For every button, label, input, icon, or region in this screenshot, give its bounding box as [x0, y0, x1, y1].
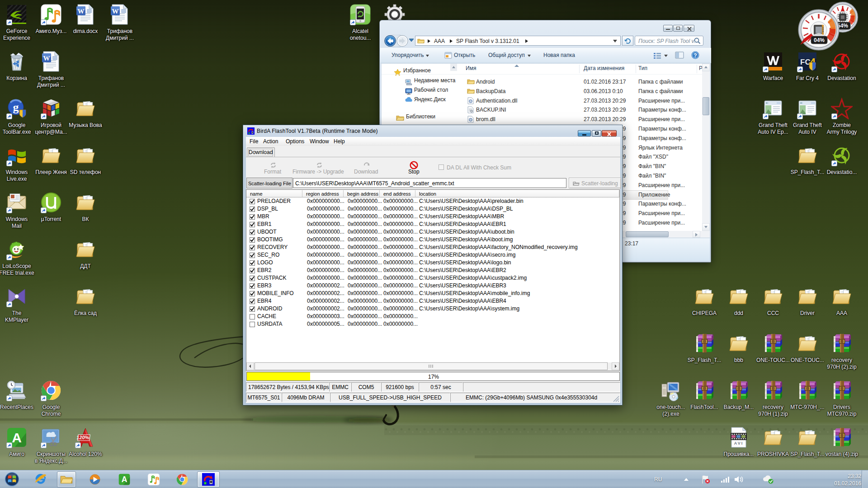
- svg-text:04%: 04%: [814, 37, 825, 43]
- svg-text:?: ?: [693, 52, 697, 59]
